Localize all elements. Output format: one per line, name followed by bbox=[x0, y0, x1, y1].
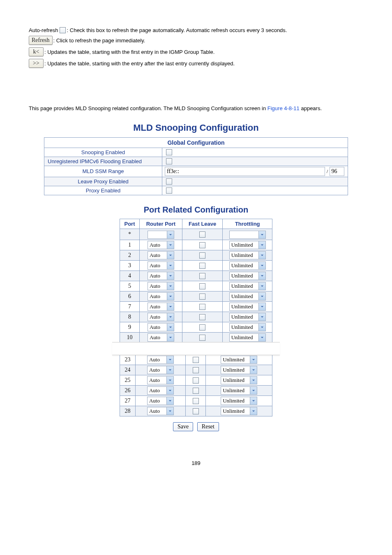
select-value: Unlimited bbox=[230, 314, 258, 320]
fast-leave-checkbox[interactable] bbox=[193, 357, 199, 363]
unreg-flooding-checkbox[interactable] bbox=[166, 158, 172, 164]
select-box[interactable]: Auto bbox=[147, 356, 174, 364]
table-row: 28 Auto Unlimited bbox=[120, 406, 272, 416]
reset-button[interactable]: Reset bbox=[197, 422, 219, 431]
fast-leave-cell bbox=[182, 260, 223, 271]
select-box[interactable]: Unlimited bbox=[221, 386, 257, 395]
fast-leave-checkbox[interactable] bbox=[193, 377, 199, 384]
select-box[interactable]: Auto bbox=[148, 303, 174, 311]
select-box[interactable]: Auto bbox=[147, 366, 174, 374]
fast-leave-checkbox[interactable] bbox=[193, 398, 199, 404]
fast-leave-checkbox[interactable] bbox=[199, 314, 205, 320]
select-box[interactable]: Unlimited bbox=[229, 313, 266, 321]
select-box[interactable]: Auto bbox=[148, 292, 174, 301]
proxy-enabled-checkbox[interactable] bbox=[166, 187, 172, 194]
port-cell: 8 bbox=[120, 312, 140, 322]
refresh-button[interactable]: Refresh bbox=[29, 36, 53, 45]
router-port-cell: Auto bbox=[139, 260, 182, 271]
fast-leave-checkbox[interactable] bbox=[199, 273, 205, 279]
fast-leave-checkbox[interactable] bbox=[193, 388, 199, 394]
select-box[interactable]: Unlimited bbox=[221, 397, 257, 405]
table-row: 4 Auto Unlimited bbox=[120, 271, 272, 281]
fast-leave-checkbox[interactable] bbox=[199, 335, 205, 341]
select-value: Auto bbox=[148, 273, 167, 279]
select-box[interactable]: Auto bbox=[148, 333, 174, 342]
table-row: 26 Auto Unlimited bbox=[120, 385, 272, 395]
fast-leave-checkbox[interactable] bbox=[199, 252, 205, 259]
select-box[interactable]: Unlimited bbox=[221, 376, 257, 384]
select-box[interactable]: Auto bbox=[148, 261, 174, 270]
select-box[interactable]: Unlimited bbox=[229, 261, 266, 270]
fast-leave-checkbox[interactable] bbox=[199, 283, 205, 289]
select-box[interactable]: Unlimited bbox=[229, 303, 266, 311]
refresh-text: : Click to refresh the page immediately. bbox=[53, 37, 145, 44]
select-box[interactable] bbox=[148, 231, 174, 239]
select-box[interactable]: Unlimited bbox=[229, 272, 266, 280]
fast-leave-checkbox[interactable] bbox=[199, 242, 205, 248]
select-box[interactable]: Unlimited bbox=[229, 333, 266, 342]
port-config-title: Port Related Configuration bbox=[29, 205, 363, 215]
select-box[interactable]: Auto bbox=[148, 323, 174, 331]
select-box[interactable]: Unlimited bbox=[229, 292, 266, 301]
select-box[interactable]: Auto bbox=[148, 241, 174, 249]
select-box[interactable]: Auto bbox=[148, 282, 174, 290]
fast-leave-checkbox[interactable] bbox=[193, 367, 199, 373]
fast-leave-checkbox[interactable] bbox=[199, 304, 205, 310]
fast-leave-checkbox[interactable] bbox=[193, 408, 199, 414]
port-config-table-top: Port Router Port Fast Leave Throttling *… bbox=[120, 219, 272, 343]
checkbox-icon[interactable] bbox=[60, 27, 66, 33]
chevron-down-icon bbox=[166, 377, 173, 384]
router-port-cell: Auto bbox=[139, 301, 182, 312]
select-box[interactable]: Unlimited bbox=[221, 407, 257, 415]
first-page-button[interactable]: k< bbox=[29, 47, 44, 56]
table-row: 7 Auto Unlimited bbox=[120, 301, 272, 312]
select-box[interactable]: Unlimited bbox=[229, 241, 266, 249]
ssm-prefix-input[interactable] bbox=[330, 167, 344, 176]
select-value: Auto bbox=[148, 408, 166, 414]
port-cell: 7 bbox=[120, 301, 140, 312]
select-box[interactable]: Auto bbox=[147, 397, 174, 405]
port-cell: 4 bbox=[120, 271, 140, 281]
chevron-down-icon bbox=[258, 303, 265, 310]
select-box[interactable]: Unlimited bbox=[221, 356, 257, 364]
select-value: Unlimited bbox=[230, 283, 258, 289]
select-box[interactable]: Auto bbox=[147, 386, 174, 395]
select-box[interactable]: Auto bbox=[147, 407, 174, 415]
save-button[interactable]: Save bbox=[173, 422, 193, 431]
select-box[interactable]: Auto bbox=[148, 251, 174, 259]
fast-leave-checkbox[interactable] bbox=[199, 231, 205, 238]
port-cell: 27 bbox=[120, 395, 136, 406]
fast-leave-cell bbox=[182, 322, 223, 332]
select-box[interactable]: Auto bbox=[148, 272, 174, 280]
slash-separator: / bbox=[327, 168, 330, 174]
table-row: MLD SSM Range / bbox=[44, 166, 348, 177]
page-title: MLD Snooping Configuration bbox=[29, 123, 363, 133]
select-value: Auto bbox=[148, 242, 167, 248]
figure-link[interactable]: Figure 4-8-11 bbox=[267, 105, 300, 111]
select-box[interactable]: Unlimited bbox=[229, 282, 266, 290]
select-value: Unlimited bbox=[221, 377, 250, 384]
fast-leave-checkbox[interactable] bbox=[199, 324, 205, 331]
select-box[interactable]: Auto bbox=[147, 376, 174, 384]
select-value: Unlimited bbox=[221, 398, 250, 404]
throttling-cell: Unlimited bbox=[223, 322, 272, 332]
select-box[interactable]: Unlimited bbox=[229, 323, 266, 331]
fast-leave-cell bbox=[185, 406, 205, 416]
throttling-cell: Unlimited bbox=[223, 332, 272, 342]
select-box[interactable]: Unlimited bbox=[229, 251, 266, 259]
leave-proxy-checkbox[interactable] bbox=[166, 178, 172, 185]
snooping-enabled-checkbox[interactable] bbox=[166, 149, 172, 155]
fast-leave-checkbox[interactable] bbox=[199, 294, 205, 300]
table-row: 10 Auto Unlimited bbox=[120, 332, 272, 342]
next-page-button[interactable]: >> bbox=[29, 59, 44, 68]
ssm-address-input[interactable] bbox=[165, 167, 325, 176]
throttling-cell: Unlimited bbox=[223, 291, 272, 301]
chevron-down-icon bbox=[250, 407, 257, 415]
next-text: : Updates the table, starting with the e… bbox=[44, 60, 235, 67]
table-row: 24 Auto Unlimited bbox=[120, 365, 272, 375]
select-box[interactable] bbox=[229, 231, 266, 239]
select-box[interactable]: Auto bbox=[148, 313, 174, 321]
select-box[interactable]: Unlimited bbox=[221, 366, 257, 374]
fast-leave-checkbox[interactable] bbox=[199, 263, 205, 269]
col-fast-leave: Fast Leave bbox=[182, 219, 223, 229]
